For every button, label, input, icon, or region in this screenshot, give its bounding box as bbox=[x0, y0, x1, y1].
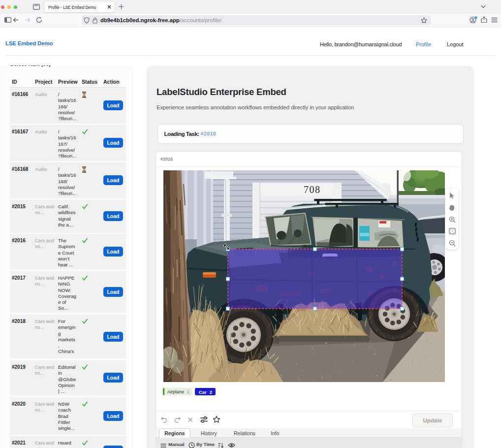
svg-text:708: 708 bbox=[304, 184, 321, 195]
